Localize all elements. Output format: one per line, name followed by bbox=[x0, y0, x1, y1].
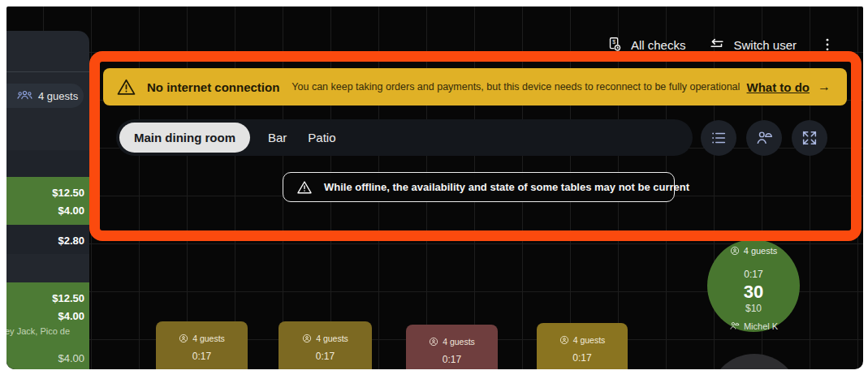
all-checks-label: All checks bbox=[631, 38, 686, 52]
line-item-price: $4.00 bbox=[58, 310, 84, 322]
switch-user-label: Switch user bbox=[733, 38, 797, 52]
svg-text:$: $ bbox=[612, 39, 615, 45]
expand-fullscreen-icon bbox=[801, 129, 818, 147]
table-guests-label: 4 guests bbox=[573, 335, 606, 345]
warning-triangle-icon bbox=[296, 179, 313, 196]
offline-banner: No internet connection You can keep taki… bbox=[103, 68, 847, 106]
table-10[interactable]: 4 guests 0:17 10 bbox=[156, 321, 248, 369]
table-guests-label: 4 guests bbox=[316, 334, 348, 343]
table-timer: 0:17 bbox=[537, 352, 628, 364]
line-item-price: $12.50 bbox=[52, 187, 84, 199]
list-view-button[interactable] bbox=[701, 120, 736, 156]
guest-circle-icon bbox=[730, 246, 740, 256]
table-guests: 4 guests bbox=[156, 333, 248, 344]
guest-circle-icon bbox=[429, 337, 438, 347]
overflow-menu-button[interactable] bbox=[819, 36, 836, 54]
order-ticket-sidebar: 4 guests $12.50 $4.00 $2.80 $12.50 $4.00… bbox=[6, 31, 89, 369]
table-number: 10 bbox=[156, 368, 248, 369]
server-assignment-icon bbox=[755, 129, 773, 147]
table-number: 30 bbox=[707, 282, 800, 301]
guest-count-label: 4 guests bbox=[38, 90, 78, 102]
table-30[interactable]: 4 guests 0:17 30 $10 Michel K bbox=[707, 239, 800, 332]
warning-triangle-icon bbox=[116, 77, 136, 97]
server-assignment-button[interactable] bbox=[746, 120, 782, 156]
tab-bar[interactable]: Bar bbox=[268, 131, 287, 144]
table-guests-label: 4 guests bbox=[192, 334, 225, 343]
pos-floor-plan-screen: $ All checks Switch user bbox=[6, 6, 863, 369]
line-item-modifier: ey Jack, Pico de bbox=[6, 326, 70, 336]
table-guests: 4 guests bbox=[279, 333, 372, 344]
switch-user-icon bbox=[708, 36, 726, 54]
what-to-do-link[interactable]: What to do → bbox=[747, 80, 831, 94]
guest-circle-icon bbox=[302, 334, 312, 343]
all-checks-icon: $ bbox=[606, 36, 624, 54]
table-number: 11 bbox=[279, 368, 372, 369]
top-bar: $ All checks Switch user bbox=[606, 36, 836, 54]
overflow-menu-icon bbox=[819, 36, 836, 54]
offline-banner-description: You can keep taking orders and payments,… bbox=[291, 81, 740, 93]
all-checks-button[interactable]: $ All checks bbox=[606, 36, 686, 54]
offline-toast: While offline, the availability and stat… bbox=[283, 172, 675, 202]
table-server-label: Michel K bbox=[744, 321, 778, 331]
table-guests: 4 guests bbox=[406, 336, 498, 347]
table-timer: 0:17 bbox=[156, 351, 248, 363]
list-view-icon bbox=[710, 129, 728, 147]
line-item-price: $4.00 bbox=[58, 352, 84, 364]
ticket-row-sent[interactable] bbox=[6, 177, 89, 225]
tab-patio[interactable]: Patio bbox=[308, 131, 335, 144]
guests-group-icon bbox=[17, 90, 32, 101]
guest-circle-icon bbox=[179, 334, 188, 343]
tab-main-dining-room[interactable]: Main dining room bbox=[119, 123, 250, 153]
table-amount: $10 bbox=[707, 303, 800, 314]
line-item-price: $2.80 bbox=[58, 235, 84, 247]
guest-circle-icon bbox=[559, 335, 569, 345]
table-timer: 0:17 bbox=[279, 351, 372, 363]
line-item-price: $4.00 bbox=[58, 205, 84, 217]
sidebar-divider bbox=[6, 71, 89, 72]
what-to-do-label: What to do bbox=[747, 80, 810, 94]
table-guests: 4 guests bbox=[537, 334, 628, 346]
offline-banner-title: No internet connection bbox=[147, 80, 279, 94]
table-12[interactable]: 4 guests 0:17 12 bbox=[406, 325, 498, 369]
offline-toast-message: While offline, the availability and stat… bbox=[324, 181, 689, 193]
table-guests-label: 4 guests bbox=[443, 337, 475, 347]
table-guests: 4 guests bbox=[707, 245, 800, 256]
server-assignment-icon bbox=[729, 321, 740, 331]
table-11[interactable]: 4 guests 0:17 11 bbox=[279, 321, 372, 369]
expand-fullscreen-button[interactable] bbox=[792, 120, 827, 156]
table-empty[interactable] bbox=[709, 354, 800, 369]
table-server: Michel K bbox=[707, 321, 800, 331]
line-item-price: $12.50 bbox=[52, 292, 84, 304]
guest-count-chip[interactable]: 4 guests bbox=[6, 84, 84, 108]
table-timer: 0:17 bbox=[707, 269, 800, 280]
table-guests-label: 4 guests bbox=[744, 246, 778, 256]
table-timer: 0:17 bbox=[406, 354, 498, 366]
table-13[interactable]: 4 guests 0:17 13 bbox=[537, 323, 628, 369]
switch-user-button[interactable]: Switch user bbox=[708, 36, 797, 54]
ticket-row-spacer bbox=[6, 150, 89, 177]
arrow-right-icon: → bbox=[818, 80, 831, 94]
floor-tab-bar: Main dining room Bar Patio bbox=[116, 119, 693, 156]
